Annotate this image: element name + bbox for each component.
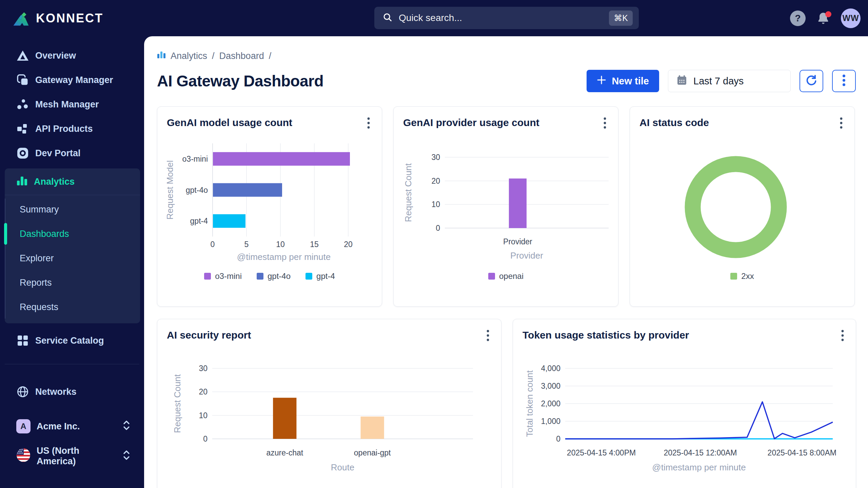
notifications-bell-icon[interactable] xyxy=(816,11,831,26)
brand-logo[interactable]: KONNECT xyxy=(0,8,144,28)
tile-genai-provider-usage: GenAI provider usage count 0102030Provid… xyxy=(393,106,618,307)
main-content: Analytics / Dashboard / AI Gateway Dashb… xyxy=(144,36,868,488)
divider xyxy=(5,364,139,364)
svg-text:0: 0 xyxy=(556,434,560,443)
svg-text:Route: Route xyxy=(331,462,354,472)
tile-ai-status-code: AI status code 2xx xyxy=(630,106,855,307)
svg-text:gpt-4: gpt-4 xyxy=(190,217,208,225)
user-avatar[interactable]: WW xyxy=(841,8,861,28)
svg-text:20: 20 xyxy=(431,177,440,185)
mesh-manager-icon xyxy=(16,99,29,110)
tile-menu-icon[interactable] xyxy=(600,116,610,130)
legend-item[interactable]: openai xyxy=(488,271,524,281)
svg-text:15: 15 xyxy=(310,240,319,249)
svg-text:3,000: 3,000 xyxy=(541,382,560,390)
dev-portal-icon xyxy=(16,147,29,159)
org-badge: A xyxy=(16,419,31,433)
analytics-submenu: Summary Dashboards Explorer Reports Requ… xyxy=(5,195,140,323)
svg-text:o3-mini: o3-mini xyxy=(182,155,208,163)
sidebar-item-reports[interactable]: Reports xyxy=(5,270,140,295)
svg-text:2025-04-15 12:00AM: 2025-04-15 12:00AM xyxy=(664,448,737,457)
calendar-icon xyxy=(676,75,687,88)
dashboard-menu-button[interactable] xyxy=(832,70,856,92)
tile-menu-icon[interactable] xyxy=(836,116,846,130)
sidebar-item-networks[interactable]: Networks xyxy=(16,382,144,402)
svg-text:1,000: 1,000 xyxy=(541,417,560,426)
search-placeholder: Quick search... xyxy=(399,13,609,23)
chart-genai-provider-usage: 0102030ProviderProviderRequest Count xyxy=(403,137,609,267)
sidebar-item-summary[interactable]: Summary xyxy=(5,197,140,222)
svg-text:Total token count: Total token count xyxy=(525,370,535,437)
legend-item[interactable]: gpt-4 xyxy=(305,271,335,281)
tile-title: AI security report xyxy=(167,329,492,341)
org-switcher[interactable]: A Acme Inc. xyxy=(16,416,131,436)
org-name: Acme Inc. xyxy=(37,421,80,432)
legend-item[interactable]: gpt-4o xyxy=(257,271,291,281)
chart-legend: openai xyxy=(403,271,609,281)
svg-text:@timestamp per minute: @timestamp per minute xyxy=(237,252,331,262)
tile-title: AI status code xyxy=(639,117,845,128)
svg-text:openai-gpt: openai-gpt xyxy=(354,448,391,457)
svg-text:4,000: 4,000 xyxy=(541,364,560,373)
sidebar-item-api-products[interactable]: API Products xyxy=(16,119,144,139)
chevron-up-down-icon xyxy=(122,420,131,433)
svg-text:azure-chat: azure-chat xyxy=(266,448,303,457)
overview-icon xyxy=(16,50,29,61)
svg-text:2025-04-15 4:00PM: 2025-04-15 4:00PM xyxy=(567,448,636,457)
notification-dot xyxy=(825,11,831,17)
tile-token-usage-statistics: Token usage statistics by provider 01,00… xyxy=(513,319,856,488)
tile-menu-icon[interactable] xyxy=(837,329,848,342)
new-tile-button[interactable]: New tile xyxy=(587,70,659,92)
chart-ai-security-report: 0102030azure-chatopenai-gptRouteRequest … xyxy=(167,349,492,486)
sidebar-item-dev-portal[interactable]: Dev Portal xyxy=(16,143,144,163)
tile-menu-icon[interactable] xyxy=(363,116,374,130)
brand-name: KONNECT xyxy=(36,11,103,25)
svg-text:2025-04-15 8:00AM: 2025-04-15 8:00AM xyxy=(768,448,836,457)
sidebar-item-mesh-manager[interactable]: Mesh Manager xyxy=(16,95,144,114)
chevron-up-down-icon xyxy=(122,450,131,463)
sidebar-item-requests[interactable]: Requests xyxy=(5,295,140,319)
networks-globe-icon xyxy=(16,386,29,398)
sidebar-item-dashboards[interactable]: Dashboards xyxy=(5,222,140,246)
sidebar: Overview Gateway Manager Mesh Manager AP… xyxy=(0,36,144,488)
sidebar-item-explorer[interactable]: Explorer xyxy=(5,246,140,270)
svg-text:30: 30 xyxy=(431,153,440,162)
chart-legend: o3-minigpt-4ogpt-4 xyxy=(167,271,372,281)
sidebar-item-gateway-manager[interactable]: Gateway Manager xyxy=(16,70,144,90)
svg-text:10: 10 xyxy=(431,200,440,209)
svg-text:0: 0 xyxy=(211,240,215,249)
sidebar-item-analytics[interactable]: Analytics xyxy=(5,168,140,195)
legend-item[interactable]: o3-mini xyxy=(204,271,242,281)
legend-item[interactable]: 2xx xyxy=(730,271,754,281)
tile-ai-security-report: AI security report 0102030azure-chatopen… xyxy=(157,319,501,488)
chart-ai-status-code xyxy=(639,137,845,267)
svg-text:Provider: Provider xyxy=(510,250,543,261)
search-icon xyxy=(382,12,393,24)
plus-icon xyxy=(597,75,606,87)
refresh-button[interactable] xyxy=(800,70,823,92)
breadcrumb-section[interactable]: Analytics xyxy=(171,51,207,61)
svg-text:20: 20 xyxy=(199,387,208,396)
svg-text:Request Count: Request Count xyxy=(172,374,182,433)
breadcrumb-page[interactable]: Dashboard xyxy=(219,51,264,61)
breadcrumb-chart-icon xyxy=(157,50,166,62)
svg-text:20: 20 xyxy=(344,240,353,249)
sidebar-item-service-catalog[interactable]: Service Catalog xyxy=(16,331,144,350)
analytics-icon xyxy=(16,175,28,188)
svg-text:30: 30 xyxy=(199,364,208,373)
tile-title: GenAI provider usage count xyxy=(403,117,609,128)
gateway-manager-icon xyxy=(16,74,29,86)
tile-menu-icon[interactable] xyxy=(483,329,493,342)
svg-text:2,000: 2,000 xyxy=(541,399,560,408)
svg-text:5: 5 xyxy=(244,240,249,249)
region-name: US (North America) xyxy=(37,446,110,467)
region-switcher[interactable]: US (North America) xyxy=(16,446,131,466)
help-icon[interactable]: ? xyxy=(790,11,806,26)
sidebar-item-overview[interactable]: Overview xyxy=(16,46,144,65)
api-products-icon xyxy=(16,123,29,135)
top-bar: KONNECT Quick search... ⌘K ? WW xyxy=(0,0,868,36)
date-range-picker[interactable]: Last 7 days xyxy=(668,70,791,92)
quick-search-input[interactable]: Quick search... ⌘K xyxy=(374,7,639,29)
svg-text:Request Model: Request Model xyxy=(167,160,175,220)
svg-text:10: 10 xyxy=(199,411,208,420)
